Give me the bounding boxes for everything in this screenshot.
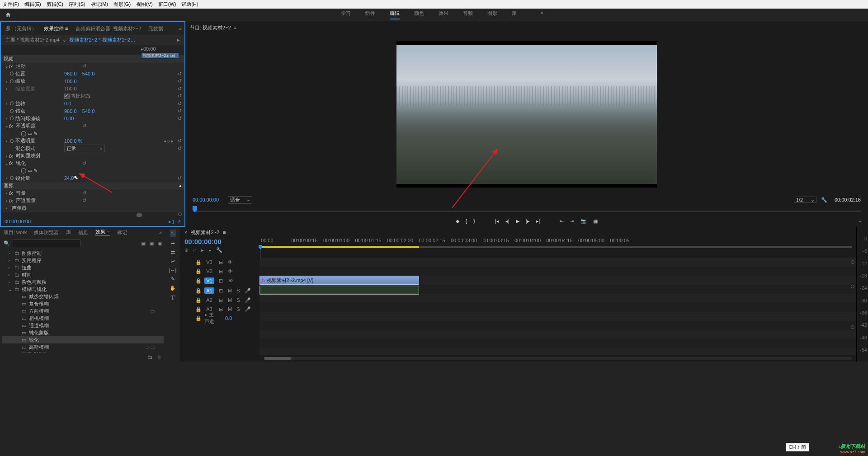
preset-32-icon[interactable]: ▣ xyxy=(149,240,154,246)
ec-pin-icon[interactable]: ▸▯ xyxy=(169,219,174,224)
audio-track-header[interactable]: 🔒A1⊟MS🎤 xyxy=(180,286,259,296)
tree-item[interactable]: ⌄🗀模糊与锐化 xyxy=(2,286,164,293)
panel-overflow-icon[interactable]: » xyxy=(179,26,182,31)
pen-tool[interactable]: ✎ xyxy=(171,276,175,282)
tree-item[interactable]: ›🗀杂色与颗粒 xyxy=(2,278,164,286)
val-blend-mode[interactable]: 正常 xyxy=(64,145,105,152)
kf-opacity[interactable]: ◂ ◇ ▸ xyxy=(160,139,175,143)
tab-effects[interactable]: 效果 ≡ xyxy=(95,229,109,236)
val-position[interactable]: 960.0 540.0 xyxy=(64,71,175,76)
ec-playhead-icon[interactable]: ▸ xyxy=(177,37,180,43)
go-to-in-button[interactable]: |◂ xyxy=(495,218,499,224)
ws-color[interactable]: 颜色 xyxy=(414,10,424,19)
video-clip[interactable]: fx视频素材2~2.mp4 [V] xyxy=(259,276,419,285)
track-select-tool[interactable]: ⬌ xyxy=(171,240,175,246)
button-editor-icon[interactable]: ＋ xyxy=(858,218,863,225)
val-opacity[interactable]: 100.0 % xyxy=(64,138,160,144)
tab-source[interactable]: 源:（无剪辑） xyxy=(5,25,37,32)
menu-view[interactable]: 视图(V) xyxy=(136,1,153,8)
mask-ellipse-icon[interactable]: ◯ xyxy=(21,131,26,136)
zoom-handle-a[interactable] xyxy=(851,325,854,329)
program-res-dropdown[interactable]: 1/2 xyxy=(794,197,816,203)
tab-libraries[interactable]: 库 xyxy=(66,229,71,236)
ec-fx-volume[interactable]: ›fx音量↺ xyxy=(1,189,184,197)
mask-ellipse-icon-2[interactable]: ◯ xyxy=(21,168,26,173)
effects-search-input[interactable] xyxy=(13,240,80,247)
program-monitor[interactable] xyxy=(185,34,868,194)
selection-tool[interactable]: ↖ xyxy=(170,230,176,237)
tree-item[interactable]: ▭通道模糊 xyxy=(2,322,164,329)
compare-button[interactable]: ▦ xyxy=(593,218,598,224)
tree-item[interactable]: ›🗀时间 xyxy=(2,271,164,278)
linked-sel-icon[interactable]: ∩ xyxy=(193,247,197,253)
timeline-tab[interactable]: × 视频素材2~2 ≡ xyxy=(180,227,856,238)
program-ruler[interactable] xyxy=(193,206,861,214)
ws-assembly[interactable]: 组件 xyxy=(365,10,375,19)
step-back-button[interactable]: ◂| xyxy=(505,218,509,224)
audio-track-header[interactable]: 🔒A3⊟MS🎤 xyxy=(180,305,259,314)
tree-item[interactable]: ›🗀实用程序 xyxy=(2,257,164,264)
mask-pen-icon[interactable]: ✎ xyxy=(33,131,38,136)
step-forward-button[interactable]: |▸ xyxy=(526,218,530,224)
delete-icon[interactable]: 🗑 xyxy=(157,354,162,360)
menu-clip[interactable]: 剪辑(C) xyxy=(47,1,63,8)
ws-learn[interactable]: 学习 xyxy=(341,10,351,19)
tab-info[interactable]: 信息 xyxy=(78,229,88,236)
ws-graphics[interactable]: 图形 xyxy=(487,10,497,19)
ec-fx-opacity[interactable]: ⌄fx不透明度↺ xyxy=(1,122,184,130)
timeline-tracks[interactable]: fx视频素材2~2.mp4 [V] xyxy=(259,258,856,355)
timeline-timecode[interactable]: 00:00:00:00 xyxy=(184,238,255,245)
zoom-handle-top[interactable] xyxy=(851,260,854,264)
tree-item[interactable]: ▭减少交错闪烁 xyxy=(2,293,164,300)
ec-export-icon[interactable]: ↗ xyxy=(177,219,181,224)
go-to-out-button[interactable]: ▸| xyxy=(536,218,540,224)
video-track-header[interactable]: 🔒V2⊟👁 xyxy=(180,267,259,276)
home-button[interactable] xyxy=(0,9,16,21)
menu-marker[interactable]: 标记(M) xyxy=(91,1,108,8)
tree-item[interactable]: ›🗀扭曲 xyxy=(2,264,164,271)
mask-pen-icon-2[interactable]: ✎ xyxy=(33,168,38,173)
val-sharpen-amount[interactable]: 24.0⬉ xyxy=(64,175,175,181)
wrench-tool-icon[interactable]: 🔧 xyxy=(216,247,222,253)
hand-tool[interactable]: ✋ xyxy=(170,285,176,291)
chk-uniform-scale[interactable] xyxy=(64,94,70,99)
tree-item[interactable]: ▭钝化蒙版 xyxy=(2,329,164,336)
tree-item[interactable]: ▭锐化 xyxy=(2,336,164,343)
ripple-tool[interactable]: ⇄ xyxy=(171,249,175,255)
master-track-header[interactable]: 🔒▸ 主声道0.0 xyxy=(180,314,259,323)
val-anchor[interactable]: 960.0 540.0 xyxy=(64,108,175,114)
tab-markers[interactable]: 标记 xyxy=(117,229,127,236)
settings-tool-icon[interactable]: ⬥ xyxy=(208,247,212,253)
panel-overflow-icon[interactable]: » xyxy=(159,230,162,235)
ec-hscroll[interactable] xyxy=(1,212,184,217)
marker-tool-icon[interactable]: ▸ xyxy=(201,247,204,253)
ec-fx-motion[interactable]: ⌄fx运动↺ xyxy=(1,63,184,71)
preset-yuv-icon[interactable]: ▣ xyxy=(157,240,162,246)
timeline-hscroll[interactable] xyxy=(180,355,856,362)
ec-fx-timeremap[interactable]: ›fx时间重映射 xyxy=(1,152,184,160)
new-bin-icon[interactable]: 🗀 xyxy=(147,354,152,360)
ws-editing[interactable]: 编辑 xyxy=(390,10,400,19)
audio-track-header[interactable]: 🔒A2⊟MS🎤 xyxy=(180,296,259,305)
ws-overflow-icon[interactable]: » xyxy=(540,10,543,19)
ec-master-clip[interactable]: 主要 * 视频素材2~2.mp4 xyxy=(5,37,60,43)
ec-mini-timeline[interactable]: ▸00:00 视频素材2~2.mp4 xyxy=(1,45,184,55)
ec-sequence-clip[interactable]: 视频素材2~2 * 视频素材2~2… xyxy=(69,37,136,43)
menu-graphics[interactable]: 图形(G) xyxy=(113,1,131,8)
ec-fx-channel-volume[interactable]: ›fx声道音量↺ xyxy=(1,197,184,205)
tab-audio-clip-mixer[interactable]: 音频剪辑混合器: 视频素材2~2 xyxy=(75,25,142,32)
timeline-ruler-area[interactable]: :00:0000:00:00:1500:00:01:0000:00:01:150… xyxy=(259,238,856,258)
menu-sequence[interactable]: 序列(S) xyxy=(69,1,85,8)
audio-clip[interactable] xyxy=(259,286,419,295)
add-marker-button[interactable]: ◆ xyxy=(456,218,459,224)
mark-in-button[interactable]: { xyxy=(466,218,467,224)
tab-media-browser[interactable]: 媒体浏览器 xyxy=(34,229,59,236)
razor-tool[interactable]: ✂ xyxy=(171,259,175,264)
preset-fx-icon[interactable]: ▣ xyxy=(141,240,146,246)
settings-icon[interactable]: 🔧 xyxy=(821,197,827,203)
mark-out-button[interactable]: } xyxy=(473,218,475,224)
lift-button[interactable]: ⇤ xyxy=(560,218,564,224)
program-timecode[interactable]: 00:00:00:00 xyxy=(193,197,219,202)
tree-item[interactable]: ▭复合模糊 xyxy=(2,300,164,307)
mask-rect-icon[interactable]: ▭ xyxy=(28,131,32,136)
